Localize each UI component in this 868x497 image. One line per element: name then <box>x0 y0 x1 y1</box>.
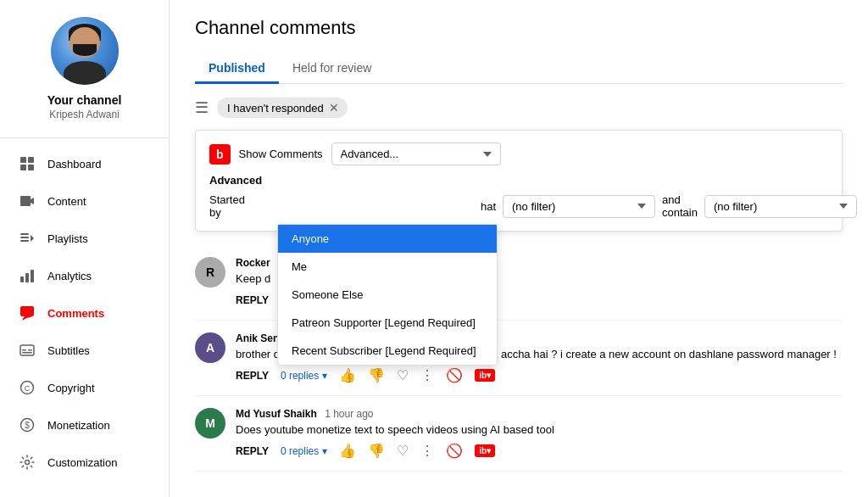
grid-icon <box>17 154 37 174</box>
comment-avatar: M <box>195 408 225 438</box>
hide-icon[interactable]: 🚫 <box>446 367 463 383</box>
tab-published[interactable]: Published <box>195 54 279 84</box>
comment-meta: Md Yusuf Shaikh 1 hour ago <box>236 408 843 420</box>
heart-icon[interactable]: ♡ <box>397 367 409 383</box>
and-contain-label: and contain <box>662 193 698 219</box>
more-options-icon[interactable]: ⋮ <box>420 443 434 459</box>
thumbs-up-icon[interactable]: 👍 <box>339 367 356 383</box>
filter-icon[interactable]: ☰ <box>195 98 209 117</box>
dollar-icon: $ <box>17 415 37 435</box>
video-icon <box>17 191 37 211</box>
heart-icon[interactable]: ♡ <box>397 443 409 459</box>
svg-rect-7 <box>20 240 29 242</box>
sidebar-item-content[interactable]: Content <box>0 182 169 220</box>
reply-button[interactable]: REPLY <box>236 294 269 306</box>
dropdown-item-someone-else[interactable]: Someone Else <box>278 281 497 309</box>
svg-rect-10 <box>31 270 34 282</box>
svg-rect-3 <box>28 165 34 170</box>
comment-text: Does youtube monetize text to speech vid… <box>236 423 843 436</box>
more-options-icon[interactable]: ⋮ <box>420 367 434 383</box>
yt-badge: ib▾ <box>475 444 495 457</box>
comment-item: M Md Yusuf Shaikh 1 hour ago Does youtub… <box>195 396 843 472</box>
comment-avatar: R <box>195 257 225 288</box>
dropdown-item-me[interactable]: Me <box>278 253 497 281</box>
svg-rect-8 <box>20 276 24 282</box>
avatar <box>51 17 119 85</box>
sidebar-item-copyright[interactable]: C Copyright <box>0 369 169 406</box>
dropdown-item-patreon[interactable]: Patreon Supporter [Legend Required] <box>278 309 497 337</box>
playlist-icon <box>17 228 37 248</box>
copyright-icon: C <box>17 377 37 398</box>
comment-actions: REPLY 0 replies ▾ 👍 👎 ♡ ⋮ 🚫 ib▾ <box>236 443 843 459</box>
comment-icon <box>17 303 37 323</box>
main-content: Channel comments Published Held for revi… <box>170 0 868 497</box>
advanced-label: Advanced <box>209 174 828 187</box>
svg-rect-5 <box>20 233 29 235</box>
filter-chip-label: I haven't responded <box>227 102 324 114</box>
hat-filter-select[interactable]: (no filter) <box>503 195 655 218</box>
thumbs-up-icon[interactable]: 👍 <box>339 443 356 459</box>
filter-row: ☰ I haven't responded ✕ <box>195 98 843 118</box>
sidebar: Your channel Kripesh Adwani Dashboard Co… <box>0 0 170 497</box>
sidebar-item-copyright-label: Copyright <box>47 382 95 394</box>
sidebar-item-analytics[interactable]: Analytics <box>0 257 169 294</box>
channel-subtitle: Kripesh Adwani <box>49 109 120 120</box>
svg-rect-1 <box>28 157 34 163</box>
reply-button[interactable]: REPLY <box>236 445 269 457</box>
svg-text:$: $ <box>25 421 30 430</box>
svg-rect-0 <box>20 157 26 163</box>
comment-actions: REPLY 0 replies ▾ 👍 👎 ♡ ⋮ 🚫 ib▾ <box>236 367 843 383</box>
replies-count[interactable]: 0 replies ▾ <box>281 445 327 457</box>
sidebar-item-subtitles-label: Subtitles <box>47 344 90 357</box>
sidebar-item-monetization-label: Monetization <box>47 419 110 432</box>
started-by-label: Started by <box>209 193 245 219</box>
sidebar-item-subtitles[interactable]: Subtitles <box>0 332 169 369</box>
sidebar-item-analytics-label: Analytics <box>47 270 92 282</box>
dropdown-item-anyone[interactable]: Anyone <box>278 225 497 253</box>
started-by-dropdown[interactable]: Anyone Me Someone Else Patreon Supporter… <box>277 224 498 366</box>
svg-rect-15 <box>22 352 32 354</box>
show-comments-select[interactable]: Advanced... <box>331 142 501 165</box>
settings-icon <box>17 452 37 472</box>
sidebar-item-monetization[interactable]: $ Monetization <box>0 406 169 444</box>
advanced-filter-box: b Show Comments Advanced... Advanced Sta… <box>195 130 843 232</box>
sidebar-item-dashboard-label: Dashboard <box>47 158 102 170</box>
svg-rect-11 <box>20 306 34 316</box>
svg-rect-14 <box>28 349 32 351</box>
tabs: Published Held for review <box>195 54 843 84</box>
comment-avatar: A <box>195 332 225 363</box>
chevron-down-icon: ▾ <box>322 370 327 382</box>
sidebar-item-comments-label: Comments <box>47 307 104 320</box>
yt-badge: ib▾ <box>475 369 495 382</box>
sidebar-item-playlists-label: Playlists <box>47 232 88 245</box>
filter-chip-responded: I haven't responded ✕ <box>217 98 348 118</box>
svg-rect-4 <box>20 196 31 206</box>
sidebar-item-customization[interactable]: Customization <box>0 444 169 481</box>
svg-rect-6 <box>20 237 29 238</box>
sidebar-divider <box>0 137 169 138</box>
sidebar-item-comments[interactable]: Comments <box>0 294 169 332</box>
sidebar-item-customization-label: Customization <box>47 456 117 469</box>
thumbs-down-icon[interactable]: 👎 <box>368 367 385 383</box>
sidebar-item-dashboard[interactable]: Dashboard <box>0 145 169 182</box>
dropdown-item-recent-sub[interactable]: Recent Subscriber [Legend Required] <box>278 337 497 365</box>
reply-button[interactable]: REPLY <box>236 370 269 382</box>
svg-rect-2 <box>20 165 26 170</box>
hide-icon[interactable]: 🚫 <box>446 443 463 459</box>
sidebar-nav: Dashboard Content Playlists Analytics Co… <box>0 145 169 481</box>
svg-text:C: C <box>25 384 31 393</box>
thumbs-down-icon[interactable]: 👎 <box>368 443 385 459</box>
subtitles-icon <box>17 340 37 360</box>
hat-label: hat <box>481 200 496 213</box>
page-title: Channel comments <box>195 17 843 39</box>
sidebar-item-playlists[interactable]: Playlists <box>0 220 169 257</box>
show-comments-label: Show Comments <box>239 148 323 160</box>
filter-chip-close-button[interactable]: ✕ <box>329 101 339 114</box>
svg-point-20 <box>25 461 30 465</box>
contain-filter-select[interactable]: (no filter) <box>704 195 857 218</box>
started-by-row: Started by Anyone Me Someone Else Patreo… <box>209 193 828 219</box>
tab-held-for-review[interactable]: Held for review <box>279 54 385 84</box>
channel-name: Your channel <box>47 93 122 107</box>
yt-logo: b <box>209 144 231 165</box>
replies-count[interactable]: 0 replies ▾ <box>281 370 327 382</box>
